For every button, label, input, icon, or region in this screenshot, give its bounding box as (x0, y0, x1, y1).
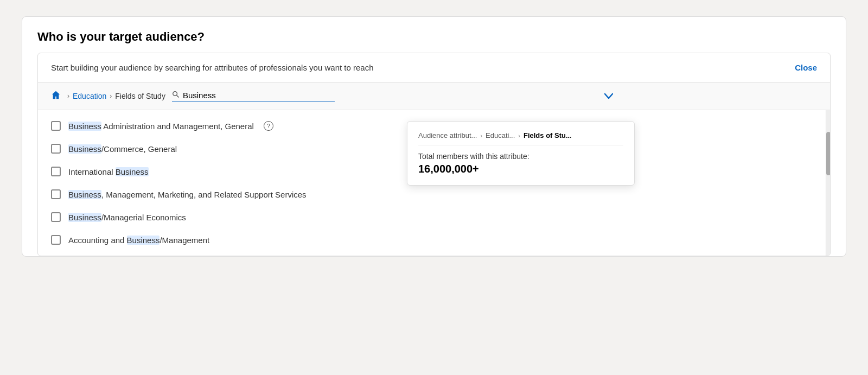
svg-point-0 (173, 92, 177, 96)
item-label-2: Business/Commerce, General (68, 144, 177, 154)
checkbox-2[interactable] (51, 144, 61, 154)
list-area: Business Administration and Management, … (38, 110, 830, 256)
checkbox-5[interactable] (51, 212, 61, 222)
tooltip-members-label: Total members with this attribute: (418, 152, 623, 161)
item-label-5: Business/Managerial Economics (68, 213, 186, 222)
tooltip-bc-part1: Audience attribut... (418, 131, 477, 139)
search-input[interactable] (183, 91, 291, 100)
scrollbar[interactable] (826, 110, 830, 256)
panel-header-text: Start building your audience by searchin… (51, 63, 374, 72)
tooltip-breadcrumb: Audience attribut... › Educati... › Fiel… (418, 131, 623, 145)
item-label-4: Business, Management, Marketing, and Rel… (68, 190, 307, 199)
checkbox-3[interactable] (51, 167, 61, 176)
tooltip-members-count: 16,000,000+ (418, 163, 623, 175)
highlight-text: Business (68, 213, 101, 222)
list-item[interactable]: Business, Management, Marketing, and Rel… (38, 183, 826, 206)
breadcrumb-bar: › Education › Fields of Study (38, 82, 830, 110)
highlight-text: Business (68, 190, 101, 199)
list-item[interactable]: Business/Managerial Economics (38, 206, 826, 228)
page-wrapper: Who is your target audience? Start build… (22, 16, 846, 257)
info-icon-1[interactable]: ? (264, 121, 273, 131)
highlight-text: Business (116, 167, 149, 176)
tooltip-bc-part2: Educati... (486, 131, 515, 139)
item-label-1: Business Administration and Management, … (68, 122, 254, 131)
breadcrumb-arrow-1: › (67, 92, 69, 100)
checkbox-4[interactable] (51, 189, 61, 199)
close-button[interactable]: Close (795, 63, 817, 72)
item-label-3: International Business (68, 167, 149, 176)
item-label-6: Accounting and Business/Management (68, 236, 209, 245)
home-icon[interactable] (51, 90, 61, 102)
search-icon (172, 91, 180, 100)
tooltip-bc-part3: Fields of Stu... (524, 131, 572, 139)
svg-line-1 (177, 96, 179, 98)
dropdown-arrow-icon[interactable] (604, 92, 613, 100)
search-container (172, 91, 335, 101)
breadcrumb-education[interactable]: Education (73, 92, 106, 100)
highlight-text: Business (127, 236, 160, 245)
page-title: Who is your target audience? (37, 30, 831, 44)
highlight-text: Business (68, 122, 101, 131)
checkbox-1[interactable] (51, 121, 61, 131)
breadcrumb-arrow-2: › (110, 92, 112, 100)
panel-header: Start building your audience by searchin… (38, 53, 830, 82)
breadcrumb-fields: Fields of Study (115, 92, 165, 100)
highlight-text: Business (68, 144, 101, 154)
audience-panel: Start building your audience by searchin… (37, 53, 831, 256)
tooltip-popup: Audience attribut... › Educati... › Fiel… (407, 121, 635, 186)
list-item[interactable]: Accounting and Business/Management (38, 228, 826, 251)
checkbox-6[interactable] (51, 235, 61, 245)
scrollbar-thumb[interactable] (826, 132, 831, 175)
tooltip-bc-sep1: › (480, 132, 482, 139)
tooltip-bc-sep2: › (518, 132, 520, 139)
